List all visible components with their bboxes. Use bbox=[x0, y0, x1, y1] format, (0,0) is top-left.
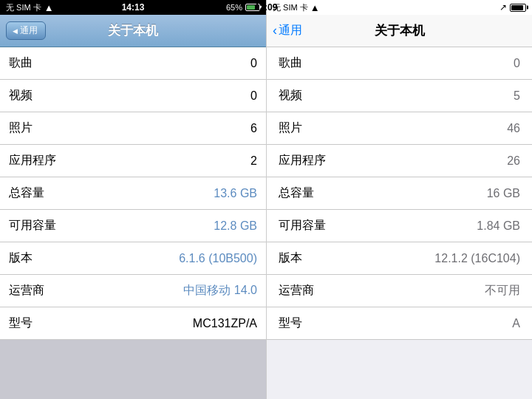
row-value: 中国移动 14.0 bbox=[183, 283, 257, 299]
row-label: 应用程序 bbox=[279, 153, 326, 168]
row-value: 0 bbox=[514, 57, 520, 70]
left-content: 歌曲0视频0照片6应用程序2总容量13.6 GB可用容量12.8 GB版本6.1… bbox=[0, 47, 266, 399]
row-label: 歌曲 bbox=[279, 55, 302, 71]
row-value: 16 GB bbox=[487, 187, 520, 200]
row-label: 歌曲 bbox=[9, 55, 33, 71]
row-value: MC131ZP/A bbox=[193, 317, 257, 330]
row-label: 型号 bbox=[279, 316, 302, 331]
row-value: 0 bbox=[250, 89, 257, 103]
left-table: 歌曲0视频0照片6应用程序2总容量13.6 GB可用容量12.8 GB版本6.1… bbox=[0, 47, 266, 340]
right-carrier: 无 SIM 卡 bbox=[273, 2, 308, 13]
row-label: 总容量 bbox=[279, 185, 314, 201]
row-label: 可用容量 bbox=[9, 218, 56, 233]
row-value: 13.6 GB bbox=[214, 187, 257, 200]
row-value: A bbox=[512, 317, 520, 330]
table-row: 总容量16 GB bbox=[267, 177, 532, 210]
table-row: 总容量13.6 GB bbox=[0, 177, 266, 210]
table-row: 可用容量12.8 GB bbox=[0, 210, 266, 242]
left-battery-pct: 65% bbox=[226, 3, 242, 12]
row-value: 46 bbox=[507, 122, 520, 135]
right-battery-fill bbox=[511, 5, 523, 10]
right-time: 12:09 bbox=[255, 2, 278, 13]
table-row: 照片46 bbox=[267, 112, 532, 145]
table-row: 运营商中国移动 14.0 bbox=[0, 275, 266, 307]
left-back-label: 通用 bbox=[20, 24, 38, 37]
right-location-icon: ↗ bbox=[499, 2, 507, 13]
row-label: 视频 bbox=[279, 88, 302, 103]
row-label: 版本 bbox=[9, 250, 33, 266]
table-row: 可用容量1.84 GB bbox=[267, 210, 532, 242]
left-nav-bar: 通用 关于本机 bbox=[0, 15, 266, 47]
right-status-bar: 无 SIM 卡 ▲ 12:09 ↗ bbox=[267, 0, 532, 15]
table-row: 版本6.1.6 (10B500) bbox=[0, 242, 266, 275]
row-label: 照片 bbox=[279, 120, 302, 136]
left-panel: 无 SIM 卡 ▲ 14:13 65% 通用 关于本机 歌曲0视频0照片6应用程… bbox=[0, 0, 266, 399]
row-label: 视频 bbox=[9, 88, 33, 103]
right-back-chevron-icon: ‹ bbox=[273, 23, 277, 38]
right-panel: 无 SIM 卡 ▲ 12:09 ↗ ‹ 通用 关于本机 歌曲0视频5照片46应用… bbox=[266, 0, 532, 399]
right-back-label: 通用 bbox=[279, 23, 302, 38]
row-label: 可用容量 bbox=[279, 218, 326, 233]
left-wifi-icon: ▲ bbox=[44, 2, 54, 13]
row-value: 0 bbox=[250, 57, 257, 70]
left-back-button[interactable]: 通用 bbox=[6, 21, 46, 40]
row-value: 6.1.6 (10B500) bbox=[179, 252, 257, 265]
right-nav-bar: ‹ 通用 关于本机 bbox=[267, 15, 532, 47]
left-carrier: 无 SIM 卡 bbox=[6, 2, 41, 13]
left-nav-title: 关于本机 bbox=[108, 22, 158, 39]
table-row: 型号A bbox=[267, 307, 532, 340]
row-label: 型号 bbox=[9, 316, 33, 331]
row-value: 26 bbox=[507, 154, 520, 168]
row-value: 6 bbox=[250, 122, 257, 135]
row-label: 照片 bbox=[9, 120, 33, 136]
right-content: 歌曲0视频5照片46应用程序26总容量16 GB可用容量1.84 GB版本12.… bbox=[267, 47, 532, 399]
row-label: 运营商 bbox=[9, 283, 44, 299]
table-row: 视频0 bbox=[0, 80, 266, 112]
row-value: 2 bbox=[250, 154, 257, 168]
row-value: 5 bbox=[514, 89, 520, 103]
row-value: 1.84 GB bbox=[477, 219, 520, 233]
row-label: 运营商 bbox=[279, 283, 314, 299]
left-status-bar: 无 SIM 卡 ▲ 14:13 65% bbox=[0, 0, 266, 15]
table-row: 歌曲0 bbox=[0, 47, 266, 80]
table-row: 歌曲0 bbox=[267, 47, 532, 80]
table-row: 运营商不可用 bbox=[267, 275, 532, 307]
right-table: 歌曲0视频5照片46应用程序26总容量16 GB可用容量1.84 GB版本12.… bbox=[267, 47, 532, 340]
right-status-right: ↗ bbox=[499, 2, 526, 13]
left-status-left: 无 SIM 卡 ▲ bbox=[6, 2, 54, 13]
left-time: 14:13 bbox=[122, 2, 145, 13]
row-value: 不可用 bbox=[485, 283, 520, 299]
right-wifi-icon: ▲ bbox=[310, 2, 320, 13]
table-row: 型号MC131ZP/A bbox=[0, 307, 266, 340]
row-value: 12.8 GB bbox=[214, 219, 257, 233]
row-value: 12.1.2 (16C104) bbox=[434, 252, 520, 265]
row-label: 总容量 bbox=[9, 185, 44, 201]
right-back-button[interactable]: ‹ 通用 bbox=[273, 23, 302, 38]
table-row: 照片6 bbox=[0, 112, 266, 145]
row-label: 版本 bbox=[279, 250, 302, 266]
right-nav-title: 关于本机 bbox=[375, 22, 425, 39]
right-battery-icon bbox=[510, 4, 526, 12]
table-row: 应用程序2 bbox=[0, 145, 266, 177]
right-status-left: 无 SIM 卡 ▲ bbox=[273, 2, 320, 13]
table-row: 版本12.1.2 (16C104) bbox=[267, 242, 532, 275]
row-label: 应用程序 bbox=[9, 153, 56, 168]
table-row: 应用程序26 bbox=[267, 145, 532, 177]
table-row: 视频5 bbox=[267, 80, 532, 112]
